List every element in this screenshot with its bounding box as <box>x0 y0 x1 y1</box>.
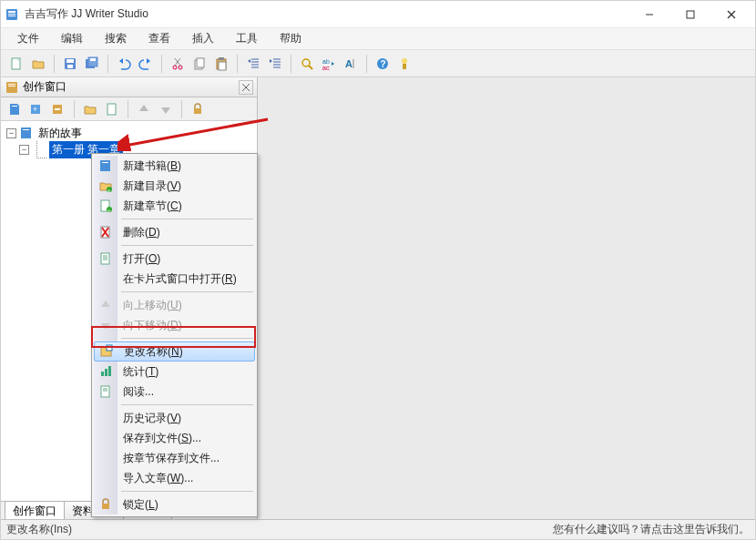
svg-rect-27 <box>219 62 226 70</box>
panel-title: 创作窗口 <box>23 79 235 95</box>
cm-separator <box>121 219 253 219</box>
read-icon <box>98 384 113 399</box>
svg-line-39 <box>309 66 312 69</box>
svg-rect-91 <box>102 504 109 509</box>
cm-stats[interactable]: 统计(T) <box>94 362 255 382</box>
blank-icon <box>98 411 113 425</box>
cm-new-book[interactable]: 新建书籍(B) <box>94 156 255 176</box>
cut-button[interactable] <box>168 54 188 74</box>
maximize-button[interactable] <box>669 2 710 27</box>
cm-rename[interactable]: 更改名称(N) <box>94 341 255 362</box>
book-add-icon[interactable]: + <box>26 99 46 119</box>
folder-icon[interactable] <box>80 99 100 119</box>
window-title: 吉吉写作 JJ Writer Studio <box>25 6 628 22</box>
cm-label: 历史记录(V) <box>123 411 181 426</box>
svg-marker-42 <box>332 62 334 66</box>
cm-label: 新建书籍(B) <box>123 158 181 174</box>
svg-marker-37 <box>270 59 272 63</box>
status-right-link[interactable]: 您有什么建议吗？请点击这里告诉我们。 <box>553 522 750 537</box>
cm-history[interactable]: 历史记录(V) <box>94 408 255 428</box>
svg-rect-50 <box>8 84 15 85</box>
menu-insert[interactable]: 插入 <box>183 29 223 48</box>
cm-label: 统计(T) <box>123 364 158 380</box>
cm-lock[interactable]: 锁定(L) <box>94 494 255 515</box>
book-blue-icon[interactable] <box>5 99 25 119</box>
lock-icon <box>98 497 113 512</box>
svg-rect-4 <box>8 15 15 16</box>
svg-text:A: A <box>345 58 352 69</box>
svg-rect-67 <box>100 160 110 171</box>
find-replace-button[interactable]: abac <box>319 54 339 74</box>
svg-text:+: + <box>33 105 37 114</box>
indent-button[interactable] <box>265 54 285 74</box>
book-blue-icon <box>98 158 113 173</box>
stats-icon <box>98 364 113 379</box>
cm-import[interactable]: 导入文章(W)... <box>94 468 255 488</box>
page-open-icon <box>98 251 113 266</box>
menu-search[interactable]: 搜索 <box>96 29 136 48</box>
menu-tools[interactable]: 工具 <box>227 29 267 48</box>
help-button[interactable]: ? <box>373 54 393 74</box>
menu-help[interactable]: 帮助 <box>271 29 311 48</box>
svg-marker-60 <box>139 105 148 111</box>
svg-rect-49 <box>6 82 17 93</box>
cm-separator <box>121 245 253 246</box>
svg-text:ac: ac <box>322 65 330 71</box>
menu-edit[interactable]: 编辑 <box>52 29 92 48</box>
cm-open-card[interactable]: 在卡片式窗口中打开(R) <box>94 269 255 289</box>
cm-new-chapter[interactable]: + 新建章节(C) <box>94 196 255 216</box>
outdent-button[interactable] <box>243 54 263 74</box>
close-button[interactable] <box>710 2 751 27</box>
svg-rect-63 <box>21 127 31 138</box>
cm-separator <box>121 291 253 292</box>
svg-line-66 <box>125 119 268 146</box>
cm-save-to-file[interactable]: 保存到文件(S)... <box>94 428 255 448</box>
copy-button[interactable] <box>189 54 209 74</box>
svg-rect-47 <box>403 64 406 69</box>
book-del-icon[interactable] <box>48 99 68 119</box>
svg-rect-26 <box>219 57 224 60</box>
tree-expander-icon[interactable]: − <box>6 128 16 138</box>
menu-file[interactable]: 文件 <box>8 29 48 48</box>
cm-separator <box>121 338 253 339</box>
cm-separator <box>121 491 253 492</box>
blank-icon <box>98 451 113 465</box>
redo-button[interactable] <box>136 54 156 74</box>
tab-creation[interactable]: 创作窗口 <box>5 501 65 521</box>
save-all-button[interactable] <box>82 54 102 74</box>
svg-rect-77 <box>101 253 109 264</box>
svg-rect-84 <box>107 345 112 351</box>
svg-rect-2 <box>8 11 15 13</box>
cm-label: 更改名称(N) <box>124 344 183 360</box>
cm-label: 锁定(L) <box>123 497 158 513</box>
find-button[interactable] <box>297 54 317 74</box>
blank-icon <box>98 431 113 445</box>
cm-save-by-chapter[interactable]: 按章节保存到文件... <box>94 448 255 468</box>
svg-rect-54 <box>12 106 17 107</box>
status-bar: 更改名称(Ins) 您有什么建议吗？请点击这里告诉我们。 <box>1 519 755 539</box>
svg-marker-18 <box>147 58 150 64</box>
menu-view[interactable]: 查看 <box>139 29 179 48</box>
svg-point-20 <box>179 66 182 69</box>
annotation-arrow <box>117 115 272 151</box>
down-arrow-icon <box>98 318 113 332</box>
bookmark-button[interactable]: A <box>341 54 361 74</box>
open-file-button[interactable] <box>28 54 48 74</box>
cm-label: 新建章节(C) <box>123 199 182 214</box>
rename-icon <box>99 344 114 359</box>
panel-close-button[interactable] <box>239 80 253 95</box>
svg-text:?: ? <box>381 59 386 69</box>
new-file-button[interactable] <box>6 54 26 74</box>
cm-delete[interactable]: 删除(D) <box>94 222 255 242</box>
minimize-button[interactable] <box>628 2 669 27</box>
undo-button[interactable] <box>114 54 134 74</box>
svg-text:+: + <box>107 188 111 193</box>
paste-button[interactable] <box>211 54 231 74</box>
cm-new-folder[interactable]: + 新建目录(V) <box>94 176 255 196</box>
tree-expander-icon[interactable]: − <box>19 145 29 155</box>
save-button[interactable] <box>60 54 80 74</box>
svg-rect-64 <box>23 129 29 130</box>
cm-open[interactable]: 打开(O) <box>94 249 255 269</box>
cm-read[interactable]: 阅读... <box>94 382 255 402</box>
about-button[interactable] <box>394 54 414 74</box>
